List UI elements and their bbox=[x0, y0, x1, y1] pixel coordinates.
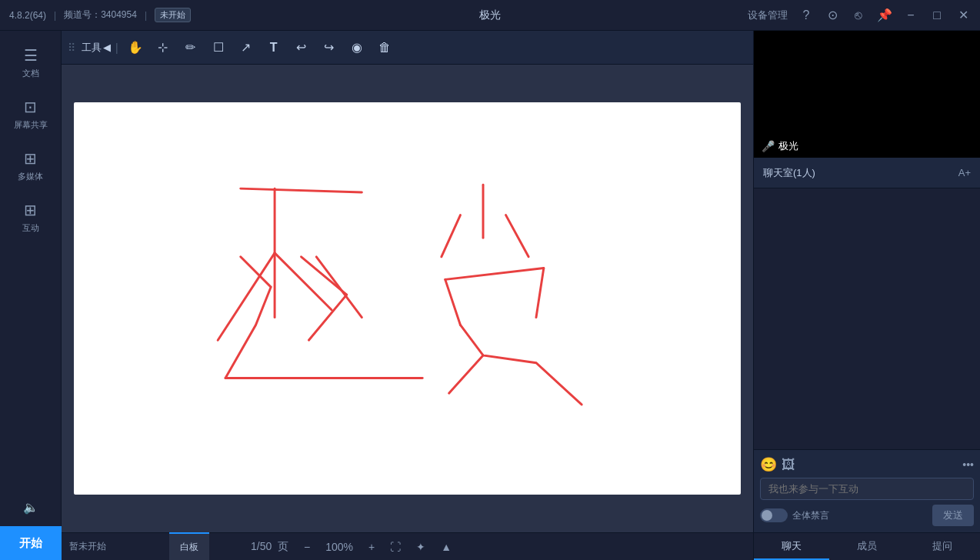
sidebar: ☰ 文档 ⊡ 屏幕共享 ⊞ 多媒体 ⊞ 互动 🔈 🎤 ▾ bbox=[0, 31, 62, 560]
tab-chat[interactable]: 聊天 bbox=[754, 533, 829, 560]
arrow-tool-btn[interactable]: ↗ bbox=[234, 35, 258, 60]
global-mute-label: 全体禁言 bbox=[792, 509, 829, 522]
minimize-icon[interactable]: − bbox=[903, 8, 918, 23]
laser-btn[interactable]: ✦ bbox=[412, 539, 430, 555]
screen-icon: ⊡ bbox=[24, 98, 37, 116]
chevron-up-btn[interactable]: ▲ bbox=[436, 539, 456, 555]
whiteboard-canvas[interactable] bbox=[74, 102, 741, 495]
page-controls: 1/50 页 − 100% + ⛶ ✦ ▲ bbox=[246, 538, 456, 555]
help-icon[interactable]: ? bbox=[798, 8, 814, 23]
zoom-level: 100% bbox=[321, 539, 358, 555]
interact-icon: ⊞ bbox=[24, 201, 37, 219]
sidebar-item-doc[interactable]: ☰ 文档 bbox=[0, 38, 61, 87]
chat-header: 聊天室(1人) A+ bbox=[754, 158, 980, 188]
sidebar-doc-label: 文档 bbox=[22, 68, 39, 79]
video-label: 🎤 极光 bbox=[762, 139, 798, 153]
right-panel-tabs: 聊天 成员 提问 bbox=[754, 532, 980, 560]
redo-btn[interactable]: ↪ bbox=[317, 35, 342, 60]
doc-icon: ☰ bbox=[24, 46, 38, 65]
text-tool-btn[interactable]: T bbox=[262, 35, 286, 60]
sidebar-item-screen[interactable]: ⊡ 屏幕共享 bbox=[0, 90, 61, 138]
global-mute-control: 全体禁言 bbox=[760, 508, 829, 522]
chat-input-area: 😊 🖼 ••• 全体禁言 发送 bbox=[754, 449, 980, 532]
status-badge: 未开始 bbox=[155, 8, 191, 22]
toolbar: ⠿ 工具 ◀ | ✋ ⊹ ✏ ☐ ↗ T ↩ ↪ ◉ 🗑 bbox=[62, 31, 753, 65]
center-area: ⠿ 工具 ◀ | ✋ ⊹ ✏ ☐ ↗ T ↩ ↪ ◉ 🗑 bbox=[62, 31, 753, 560]
image-btn[interactable]: 🖼 bbox=[782, 457, 795, 473]
chat-room-title: 聊天室(1人) bbox=[763, 166, 815, 180]
toolbar-drag-handle[interactable]: ⠿ bbox=[68, 42, 75, 54]
move-tool-btn[interactable]: ⊹ bbox=[151, 35, 175, 60]
not-started-tab[interactable]: 暂未开始 bbox=[62, 532, 114, 560]
toolbar-sep: | bbox=[115, 42, 118, 54]
font-size-btn[interactable]: A+ bbox=[958, 167, 971, 178]
speaker-mic-icon: 🎤 bbox=[762, 140, 775, 152]
sidebar-item-media[interactable]: ⊞ 多媒体 bbox=[0, 142, 61, 190]
right-panel: 🎤 极光 聊天室(1人) A+ 😊 🖼 ••• bbox=[753, 31, 980, 560]
close-icon[interactable]: ✕ bbox=[955, 8, 971, 23]
device-mgmt-btn[interactable]: 设备管理 bbox=[748, 8, 788, 22]
title-bar-right: 设备管理 ? ⊙ ⎋ 📌 − □ ✕ bbox=[748, 8, 971, 23]
chat-messages[interactable] bbox=[754, 188, 980, 449]
tools-chevron: ◀ bbox=[103, 42, 111, 53]
pen-tool-btn[interactable]: ✏ bbox=[178, 35, 203, 60]
pin-icon[interactable]: 📌 bbox=[877, 8, 892, 23]
bottom-bar: 1/50 页 − 100% + ⛶ ✦ ▲ bbox=[62, 532, 753, 560]
zoom-in-btn[interactable]: + bbox=[364, 539, 379, 555]
tools-label[interactable]: 工具 ◀ bbox=[82, 41, 111, 55]
zoom-out-btn[interactable]: − bbox=[299, 539, 315, 555]
sidebar-interact-label: 互动 bbox=[22, 222, 39, 234]
volume-icon: 🔈 bbox=[23, 500, 38, 515]
chat-input-field[interactable] bbox=[760, 478, 974, 500]
hand-tool-btn[interactable]: ✋ bbox=[123, 35, 148, 60]
chat-send-row: 全体禁言 发送 bbox=[760, 505, 974, 526]
drawing-svg bbox=[74, 102, 741, 495]
send-btn[interactable]: 发送 bbox=[932, 505, 974, 526]
whiteboard-tab[interactable]: 白板 bbox=[169, 532, 209, 560]
delete-btn[interactable]: 🗑 bbox=[372, 35, 397, 60]
app-title: 极光 bbox=[479, 8, 501, 22]
volume-btn[interactable]: 🔈 bbox=[0, 494, 61, 521]
video-area: 🎤 极光 bbox=[754, 31, 980, 158]
tab-members[interactable]: 成员 bbox=[829, 533, 905, 560]
toggle-knob bbox=[762, 510, 772, 521]
video-participant-name: 极光 bbox=[778, 139, 798, 153]
emoji-btn[interactable]: 😊 bbox=[760, 456, 777, 473]
media-icon: ⊞ bbox=[24, 149, 37, 168]
target-icon[interactable]: ⊙ bbox=[825, 8, 840, 23]
title-bar-left: 4.8.2(64) | 频道号：3404954 | 未开始 bbox=[9, 8, 191, 22]
rect-tool-btn[interactable]: ☐ bbox=[206, 35, 231, 60]
title-sep2: | bbox=[145, 10, 147, 21]
external-link-icon[interactable]: ⎋ bbox=[851, 8, 866, 23]
sidebar-media-label: 多媒体 bbox=[18, 171, 43, 182]
undo-btn[interactable]: ↩ bbox=[289, 35, 314, 60]
chat-toolbar-row: 😊 🖼 ••• bbox=[760, 456, 974, 473]
maximize-icon[interactable]: □ bbox=[929, 8, 945, 23]
global-mute-toggle[interactable] bbox=[760, 508, 788, 522]
start-btn[interactable]: 开始 bbox=[0, 526, 62, 560]
title-sep1: | bbox=[54, 10, 56, 21]
highlight-btn[interactable]: ◉ bbox=[345, 35, 369, 60]
channel-label: 频道号：3404954 bbox=[64, 8, 137, 22]
main-content: ☰ 文档 ⊡ 屏幕共享 ⊞ 多媒体 ⊞ 互动 🔈 🎤 ▾ ⠿ bbox=[0, 31, 980, 560]
more-btn[interactable]: ••• bbox=[962, 458, 974, 471]
fullscreen-btn[interactable]: ⛶ bbox=[385, 539, 405, 555]
title-bar: 4.8.2(64) | 频道号：3404954 | 未开始 极光 设备管理 ? … bbox=[0, 0, 980, 31]
whiteboard-area[interactable] bbox=[62, 65, 753, 532]
page-info: 1/50 页 bbox=[246, 538, 293, 555]
version-label: 4.8.2(64) bbox=[9, 10, 46, 21]
tab-questions[interactable]: 提问 bbox=[905, 533, 980, 560]
sidebar-screen-label: 屏幕共享 bbox=[14, 119, 48, 131]
sidebar-item-interact[interactable]: ⊞ 互动 bbox=[0, 193, 61, 242]
